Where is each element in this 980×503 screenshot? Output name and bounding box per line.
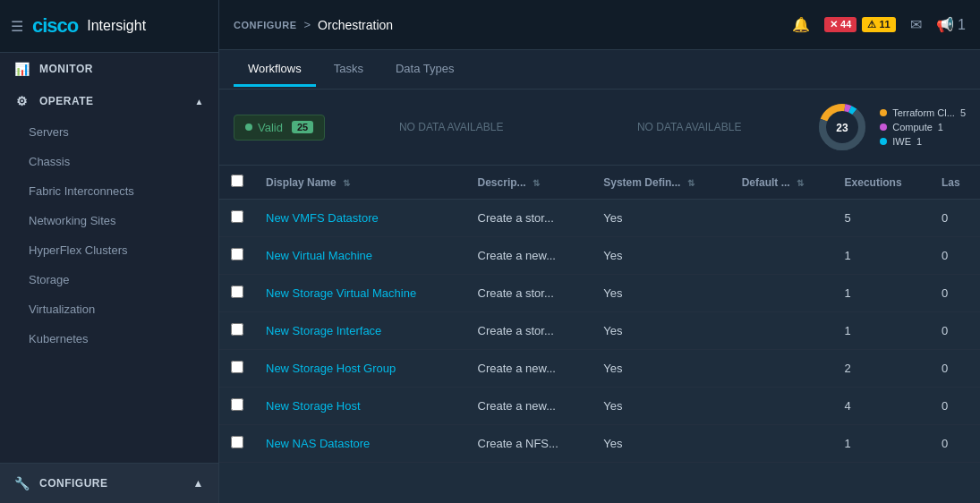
error-icon: ✕ <box>830 19 838 30</box>
row-checkbox-0[interactable] <box>231 210 243 223</box>
workflow-link-5[interactable]: New Storage Host <box>266 399 361 413</box>
sort-system-defined-icon[interactable]: ⇅ <box>687 178 695 188</box>
legend-item-compute: Compute 1 <box>880 122 966 132</box>
no-data-1: NO DATA AVAILABLE <box>339 114 563 141</box>
row-desc-6: Create a NFS... <box>467 425 593 463</box>
operate-icon: ⚙ <box>14 94 30 108</box>
row-executions-5: 4 <box>834 388 931 425</box>
svg-text:23: 23 <box>837 122 849 134</box>
breadcrumb: CONFIGURE > Orchestration <box>234 18 393 32</box>
tabs-bar: Workflows Tasks Data Types <box>219 50 980 90</box>
select-all-checkbox[interactable] <box>231 175 243 187</box>
row-checkbox-6[interactable] <box>231 436 243 448</box>
sort-description-icon[interactable]: ⇅ <box>533 178 540 188</box>
legend-dot-terraform <box>880 109 887 116</box>
row-last-2: 0 <box>931 275 980 312</box>
sort-default-icon[interactable]: ⇅ <box>797 178 804 188</box>
notification-icon[interactable]: 📢 1 <box>936 16 966 33</box>
row-checkbox-4[interactable] <box>231 361 243 373</box>
sidebar-item-fabric-interconnects[interactable]: Fabric Interconnects <box>0 176 218 206</box>
row-default-5 <box>731 388 834 425</box>
sort-display-name-icon[interactable]: ⇅ <box>343 178 350 188</box>
main-content: CONFIGURE > Orchestration 🔔 ✕ 44 ⚠ 11 ✉ <box>219 0 980 503</box>
tab-data-types[interactable]: Data Types <box>381 53 469 87</box>
error-badge: ✕ 44 <box>824 17 856 32</box>
row-system-defined-5: Yes <box>592 388 730 425</box>
row-last-0: 0 <box>931 200 980 237</box>
table-row: New NAS Datastore Create a NFS... Yes 1 … <box>219 425 980 463</box>
topbar: CONFIGURE > Orchestration 🔔 ✕ 44 ⚠ 11 ✉ <box>219 0 980 50</box>
warning-badge: ⚠ 11 <box>862 17 895 32</box>
row-checkbox-cell <box>219 275 255 312</box>
row-checkbox-1[interactable] <box>231 248 243 260</box>
row-last-4: 0 <box>931 350 980 388</box>
workflow-link-2[interactable]: New Storage Virtual Machine <box>266 286 416 300</box>
row-name-0: New VMFS Datastore <box>255 200 467 237</box>
bell-icon[interactable]: 🔔 <box>792 16 810 33</box>
valid-dot-icon <box>245 124 252 131</box>
sidebar-item-monitor[interactable]: 📊 MONITOR <box>0 53 218 85</box>
row-executions-6: 1 <box>834 425 931 463</box>
donut-chart: 23 <box>815 100 869 154</box>
row-name-4: New Storage Host Group <box>255 350 467 388</box>
configure-icon: 🔧 <box>14 476 30 490</box>
row-checkbox-cell <box>219 312 255 350</box>
row-checkbox-2[interactable] <box>231 286 243 298</box>
sidebar-item-chassis[interactable]: Chassis <box>0 147 218 176</box>
hamburger-icon[interactable]: ☰ <box>11 18 23 35</box>
row-last-5: 0 <box>931 388 980 425</box>
row-default-0 <box>731 200 834 237</box>
col-last: Las <box>931 166 980 200</box>
legend-dot-compute <box>880 124 887 131</box>
chart-legend: Terraform Cl... 5 Compute 1 IWE 1 <box>880 107 966 147</box>
sidebar-nav: 📊 MONITOR ⚙ OPERATE ▲ Servers Chassis Fa… <box>0 53 218 463</box>
tab-tasks[interactable]: Tasks <box>320 53 378 87</box>
sidebar-item-kubernetes[interactable]: Kubernetes <box>0 324 218 354</box>
row-checkbox-cell <box>219 350 255 388</box>
row-default-3 <box>731 312 834 350</box>
row-checkbox-3[interactable] <box>231 323 243 336</box>
valid-badge: Valid 25 <box>234 115 325 141</box>
row-system-defined-3: Yes <box>592 312 730 350</box>
row-system-defined-4: Yes <box>592 350 730 388</box>
row-checkbox-cell <box>219 425 255 463</box>
table-row: New Storage Host Create a new... Yes 4 0 <box>219 388 980 425</box>
row-checkbox-5[interactable] <box>231 398 243 411</box>
sidebar-item-configure[interactable]: 🔧 CONFIGURE ▲ <box>0 464 218 503</box>
sidebar-item-networking-sites[interactable]: Networking Sites <box>0 206 218 235</box>
sidebar: ☰ cisco Intersight 📊 MONITOR ⚙ OPERATE ▲… <box>0 0 219 503</box>
monitor-icon: 📊 <box>14 62 30 76</box>
valid-count: 25 <box>292 121 313 133</box>
sidebar-item-storage[interactable]: Storage <box>0 265 218 294</box>
col-default: Default ... ⇅ <box>731 166 834 200</box>
workflow-link-1[interactable]: New Virtual Machine <box>266 249 372 262</box>
col-description: Descrip... ⇅ <box>467 166 593 200</box>
cisco-logo: cisco <box>32 14 78 38</box>
sidebar-item-servers[interactable]: Servers <box>0 117 218 147</box>
row-executions-3: 1 <box>834 312 931 350</box>
row-desc-5: Create a new... <box>467 388 593 425</box>
table-row: New Storage Interface Create a stor... Y… <box>219 312 980 350</box>
select-all-header <box>219 166 255 200</box>
col-executions: Executions <box>834 166 931 200</box>
workflow-link-6[interactable]: New NAS Datastore <box>266 437 370 450</box>
sidebar-item-virtualization[interactable]: Virtualization <box>0 294 218 324</box>
row-executions-1: 1 <box>834 237 931 275</box>
row-executions-2: 1 <box>834 275 931 312</box>
row-executions-4: 2 <box>834 350 931 388</box>
row-executions-0: 5 <box>834 200 931 237</box>
row-desc-3: Create a stor... <box>467 312 593 350</box>
table-row: New Storage Virtual Machine Create a sto… <box>219 275 980 312</box>
breadcrumb-configure[interactable]: CONFIGURE <box>234 20 297 30</box>
row-system-defined-0: Yes <box>592 200 730 237</box>
row-last-3: 0 <box>931 312 980 350</box>
workflow-link-4[interactable]: New Storage Host Group <box>266 362 396 375</box>
donut-chart-container: 23 Terraform Cl... 5 Compute 1 <box>815 100 966 154</box>
sidebar-item-operate[interactable]: ⚙ OPERATE ▲ <box>0 85 218 117</box>
workflow-link-0[interactable]: New VMFS Datastore <box>266 211 379 225</box>
sidebar-item-hyperflex-clusters[interactable]: HyperFlex Clusters <box>0 235 218 265</box>
mail-icon[interactable]: ✉ <box>910 16 922 33</box>
tab-workflows[interactable]: Workflows <box>234 53 316 87</box>
row-default-1 <box>731 237 834 275</box>
workflow-link-3[interactable]: New Storage Interface <box>266 324 381 337</box>
